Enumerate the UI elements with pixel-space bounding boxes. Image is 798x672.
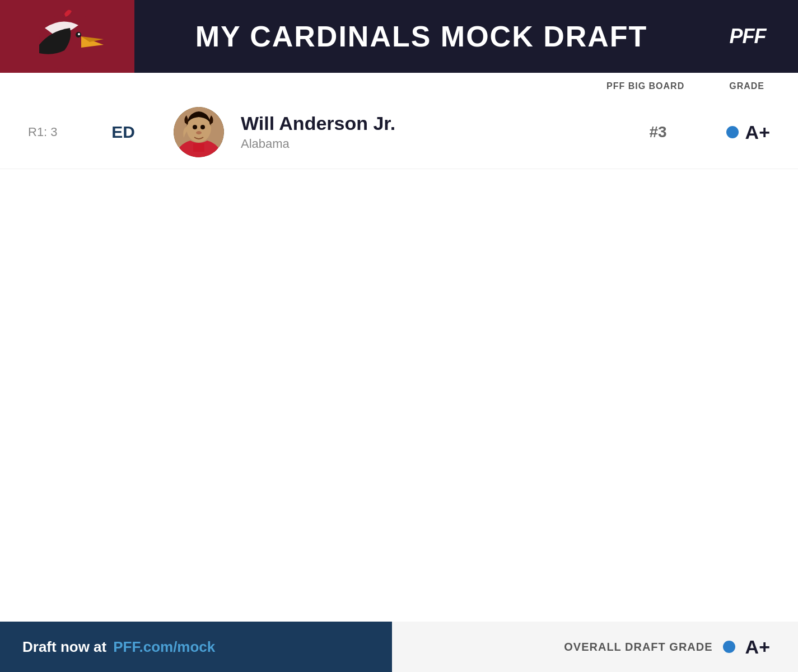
big-board-column-header: PFF BIG BOARD bbox=[606, 81, 684, 91]
picks-list: R1: 3 ED bbox=[0, 96, 798, 672]
grade-dot bbox=[726, 126, 739, 138]
overall-grade-value: A+ bbox=[745, 636, 770, 658]
overall-grade-dot bbox=[723, 641, 735, 653]
footer-left: Draft now at PFF.com/mock bbox=[0, 622, 392, 672]
svg-point-8 bbox=[196, 131, 202, 134]
page-footer: Draft now at PFF.com/mock OVERALL DRAFT … bbox=[0, 622, 798, 672]
footer-draft-text: Draft now at bbox=[22, 638, 106, 656]
player-name: Will Anderson Jr. bbox=[241, 113, 624, 134]
grade-value: A+ bbox=[745, 122, 770, 143]
main-content: PFF BIG BOARD GRADE R1: 3 ED bbox=[0, 73, 798, 672]
overall-grade-label: OVERALL DRAFT GRADE bbox=[564, 641, 712, 654]
pff-logo: PFF bbox=[730, 25, 766, 48]
svg-point-6 bbox=[193, 125, 197, 129]
grade-area: A+ bbox=[692, 122, 770, 143]
player-avatar bbox=[174, 107, 224, 157]
footer-pff-link[interactable]: PFF.com/mock bbox=[113, 638, 215, 656]
footer-right: OVERALL DRAFT GRADE A+ bbox=[392, 622, 798, 672]
avatar-image bbox=[174, 107, 224, 157]
page-title: MY CARDINALS MOCK DRAFT bbox=[134, 20, 708, 53]
position-badge: ED bbox=[90, 123, 157, 142]
player-headshot-svg bbox=[174, 107, 224, 157]
team-logo-area bbox=[0, 0, 134, 73]
pff-logo-area: PFF bbox=[708, 25, 798, 48]
player-school: Alabama bbox=[241, 137, 624, 151]
team-logo bbox=[11, 3, 123, 70]
svg-point-3 bbox=[78, 33, 80, 35]
draft-pick-row-1[interactable]: R1: 3 ED bbox=[0, 96, 798, 169]
column-headers: PFF BIG BOARD GRADE bbox=[0, 73, 798, 96]
round-pick-label: R1: 3 bbox=[28, 125, 90, 139]
big-board-rank: #3 bbox=[624, 123, 692, 141]
svg-point-7 bbox=[200, 125, 205, 129]
grade-column-header: GRADE bbox=[729, 81, 764, 91]
page-header: MY CARDINALS MOCK DRAFT PFF bbox=[0, 0, 798, 73]
player-info: Will Anderson Jr. Alabama bbox=[241, 113, 624, 151]
